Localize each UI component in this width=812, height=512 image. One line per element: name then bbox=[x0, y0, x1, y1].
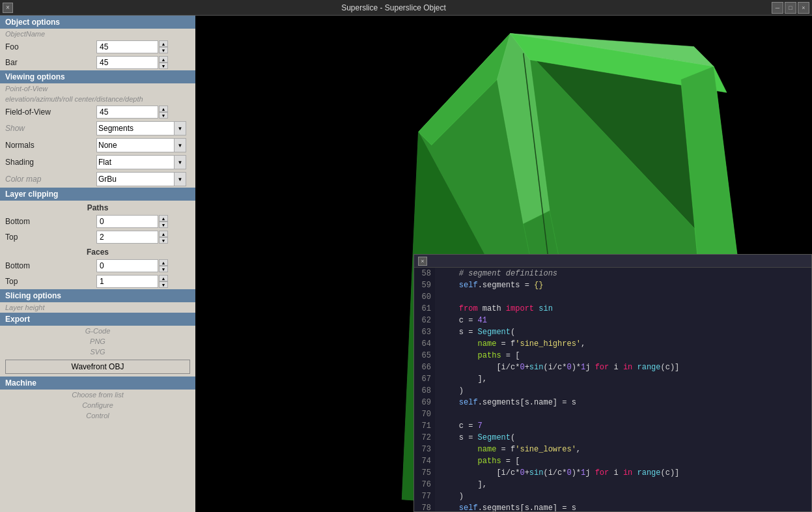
choose-from-list-label: Choose from list bbox=[0, 390, 195, 400]
bar-input[interactable] bbox=[96, 56, 158, 69]
bar-input-wrap: ▲ ▼ bbox=[96, 56, 190, 69]
code-text-75: [i/c*0+sin(i/c*0)*1j for i in range(c)] bbox=[435, 467, 679, 479]
bar-spin-down[interactable]: ▼ bbox=[159, 63, 168, 69]
shading-dropdown-wrap: Flat Smooth None ▼ bbox=[96, 155, 190, 169]
fov-spin-up[interactable]: ▲ bbox=[159, 106, 168, 112]
faces-bottom-spinners: ▲ ▼ bbox=[159, 259, 168, 272]
colormap-select[interactable]: GrBu Rainbow Cool Hot bbox=[96, 172, 175, 186]
line-number-59: 59 bbox=[414, 279, 435, 291]
line-number-60: 60 bbox=[414, 291, 435, 303]
code-line-78: 78 self.segments[s.name] = s bbox=[414, 502, 811, 511]
faces-top-spin-up[interactable]: ▲ bbox=[159, 275, 168, 281]
maximize-button[interactable]: □ bbox=[785, 2, 796, 14]
code-close-button[interactable]: × bbox=[418, 257, 427, 266]
bar-row: Bar ▲ ▼ bbox=[0, 55, 195, 70]
normals-row: Normals None Vertex Face ▼ bbox=[0, 137, 195, 154]
line-number-62: 62 bbox=[414, 315, 435, 326]
foo-spin-up[interactable]: ▲ bbox=[159, 40, 168, 47]
line-number-76: 76 bbox=[414, 479, 435, 491]
line-number-78: 78 bbox=[414, 502, 435, 511]
paths-bottom-input[interactable] bbox=[96, 215, 158, 228]
faces-bottom-spin-up[interactable]: ▲ bbox=[159, 259, 168, 266]
line-number-69: 69 bbox=[414, 397, 435, 408]
line-number-61: 61 bbox=[414, 303, 435, 315]
viewing-options-header: Viewing options bbox=[0, 70, 195, 83]
foo-input-wrap: ▲ ▼ bbox=[96, 40, 190, 53]
foo-row: Foo ▲ ▼ bbox=[0, 39, 195, 55]
show-select[interactable]: Segments Paths Faces bbox=[96, 121, 175, 135]
line-number-77: 77 bbox=[414, 491, 435, 502]
paths-top-input[interactable] bbox=[96, 231, 158, 244]
code-text-62: c = 41 bbox=[435, 315, 487, 326]
code-text-72: s = Segment( bbox=[435, 432, 515, 444]
paths-top-spin-up[interactable]: ▲ bbox=[159, 231, 168, 237]
code-text-78: self.segments[s.name] = s bbox=[435, 502, 576, 511]
code-line-65: 65 paths = [ bbox=[414, 350, 811, 362]
titlebar-left: × bbox=[0, 3, 16, 13]
code-line-72: 72 s = Segment( bbox=[414, 432, 811, 444]
faces-sublabel: Faces bbox=[0, 245, 195, 258]
paths-bottom-spin-up[interactable]: ▲ bbox=[159, 215, 168, 221]
line-number-68: 68 bbox=[414, 385, 435, 397]
code-text-58: # segment definitions bbox=[435, 268, 557, 279]
shading-row: Shading Flat Smooth None ▼ bbox=[0, 154, 195, 171]
code-line-68: 68 ) bbox=[414, 385, 811, 397]
minimize-button[interactable]: ─ bbox=[772, 2, 783, 14]
faces-top-wrap: ▲ ▼ bbox=[96, 275, 190, 288]
line-number-63: 63 bbox=[414, 326, 435, 338]
layer-height-label: Layer height bbox=[0, 302, 195, 313]
faces-top-spinners: ▲ ▼ bbox=[159, 275, 168, 288]
code-line-70: 70 bbox=[414, 408, 811, 420]
foo-input[interactable] bbox=[96, 40, 158, 53]
faces-top-input[interactable] bbox=[96, 275, 158, 288]
code-line-75: 75 [i/c*0+sin(i/c*0)*1j for i in range(c… bbox=[414, 467, 811, 479]
paths-top-spinners: ▲ ▼ bbox=[159, 231, 168, 244]
wavefront-obj-button[interactable]: Wavefront OBJ bbox=[5, 360, 190, 374]
code-line-63: 63 s = Segment( bbox=[414, 326, 811, 338]
code-text-71: c = 7 bbox=[435, 420, 483, 432]
foo-label: Foo bbox=[5, 42, 96, 51]
shading-select[interactable]: Flat Smooth None bbox=[96, 155, 175, 169]
normals-select[interactable]: None Vertex Face bbox=[96, 138, 175, 152]
line-number-67: 67 bbox=[414, 373, 435, 385]
paths-bottom-spin-down[interactable]: ▼ bbox=[159, 221, 168, 228]
faces-bottom-wrap: ▲ ▼ bbox=[96, 259, 190, 272]
code-text-66: [i/c*0+sin(i/c*0)*1j for i in range(c)] bbox=[435, 362, 679, 373]
code-panel: × 58 # segment definitions 59 self.segme… bbox=[413, 254, 812, 512]
code-line-69: 69 self.segments[s.name] = s bbox=[414, 397, 811, 408]
paths-bottom-row: Bottom ▲ ▼ bbox=[0, 214, 195, 229]
fov-spin-down[interactable]: ▼ bbox=[159, 112, 168, 119]
close-button[interactable]: × bbox=[798, 2, 809, 14]
faces-top-spin-down[interactable]: ▼ bbox=[159, 281, 168, 288]
code-text-73: name = f'sine_lowres', bbox=[435, 444, 581, 455]
bar-spin-up[interactable]: ▲ bbox=[159, 56, 168, 63]
normals-label: Normals bbox=[5, 141, 96, 150]
foo-spin-down[interactable]: ▼ bbox=[159, 47, 168, 53]
code-text-65: paths = [ bbox=[435, 350, 520, 362]
code-line-71: 71 c = 7 bbox=[414, 420, 811, 432]
line-number-64: 64 bbox=[414, 338, 435, 350]
code-line-67: 67 ], bbox=[414, 373, 811, 385]
shading-dropdown-arrow[interactable]: ▼ bbox=[175, 155, 186, 169]
svg-label: SVG bbox=[0, 347, 195, 357]
faces-top-label: Top bbox=[5, 277, 96, 286]
show-dropdown-arrow[interactable]: ▼ bbox=[175, 121, 186, 135]
code-body[interactable]: 58 # segment definitions 59 self.segment… bbox=[414, 268, 811, 511]
control-label: Control bbox=[0, 410, 195, 421]
line-number-66: 66 bbox=[414, 362, 435, 373]
paths-top-spin-down[interactable]: ▼ bbox=[159, 237, 168, 244]
colormap-row: Color map GrBu Rainbow Cool Hot ▼ bbox=[0, 171, 195, 188]
code-text-64: name = f'sine_highres', bbox=[435, 338, 585, 350]
faces-bottom-spin-down[interactable]: ▼ bbox=[159, 266, 168, 272]
faces-bottom-label: Bottom bbox=[5, 261, 96, 270]
code-text-68: ) bbox=[435, 385, 464, 397]
colormap-dropdown-arrow[interactable]: ▼ bbox=[175, 172, 186, 186]
fov-input[interactable] bbox=[96, 106, 158, 119]
export-header: Export bbox=[0, 313, 195, 326]
code-line-62: 62 c = 41 bbox=[414, 315, 811, 326]
normals-dropdown-arrow[interactable]: ▼ bbox=[175, 138, 186, 152]
colormap-dropdown-wrap: GrBu Rainbow Cool Hot ▼ bbox=[96, 172, 190, 186]
faces-bottom-input[interactable] bbox=[96, 259, 158, 272]
code-line-60: 60 bbox=[414, 291, 811, 303]
titlebar-close-button[interactable]: × bbox=[3, 3, 13, 13]
